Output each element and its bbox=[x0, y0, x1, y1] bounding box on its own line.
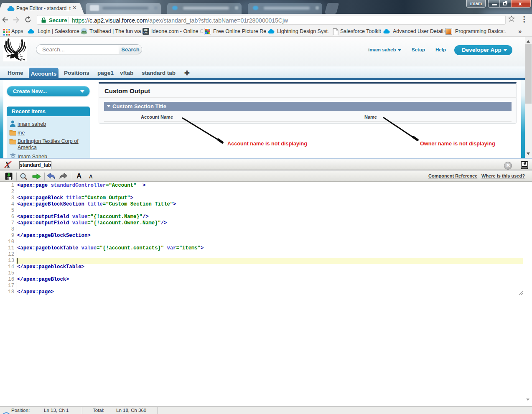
svg-text:ONE: ONE bbox=[144, 31, 149, 34]
